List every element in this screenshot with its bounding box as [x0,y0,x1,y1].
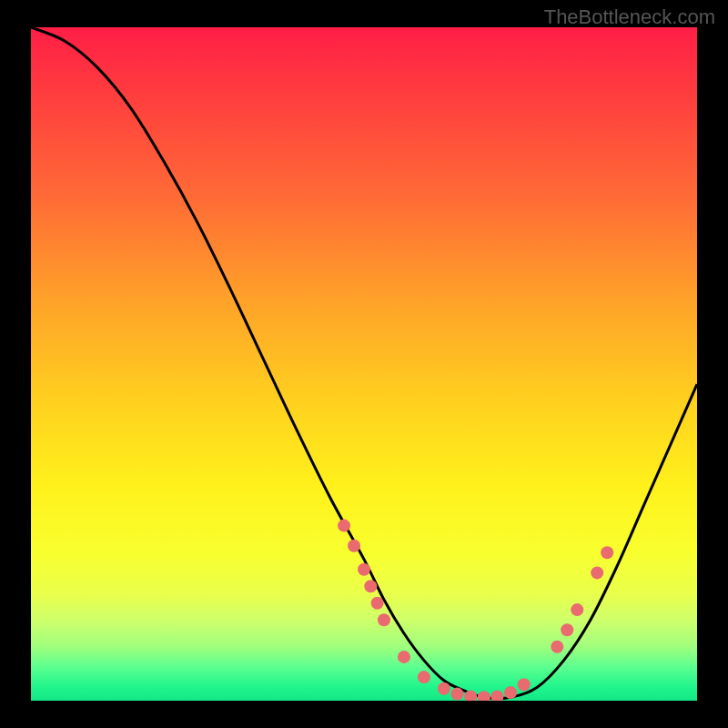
data-dot [601,546,613,559]
data-dot [348,540,360,552]
data-dot [571,603,583,616]
data-dot [591,566,603,579]
data-dot [418,671,430,683]
data-dot [398,651,410,663]
bottleneck-curve [31,27,697,698]
data-dot [378,613,390,626]
data-dot [450,688,463,701]
data-dot [364,580,377,592]
data-dot [551,641,563,653]
data-dot [478,691,490,701]
data-dot [518,678,531,691]
chart-container: TheBottleneck.com [0,0,728,728]
data-dot [504,686,517,699]
data-dot [490,691,503,701]
data-dot [561,623,573,636]
watermark-text: TheBottleneck.com [544,5,715,29]
data-dot [438,682,450,695]
data-dot [358,563,370,576]
data-dot [371,597,384,610]
data-dot [338,520,350,532]
plot-area [31,27,697,701]
curve-layer [31,27,697,701]
